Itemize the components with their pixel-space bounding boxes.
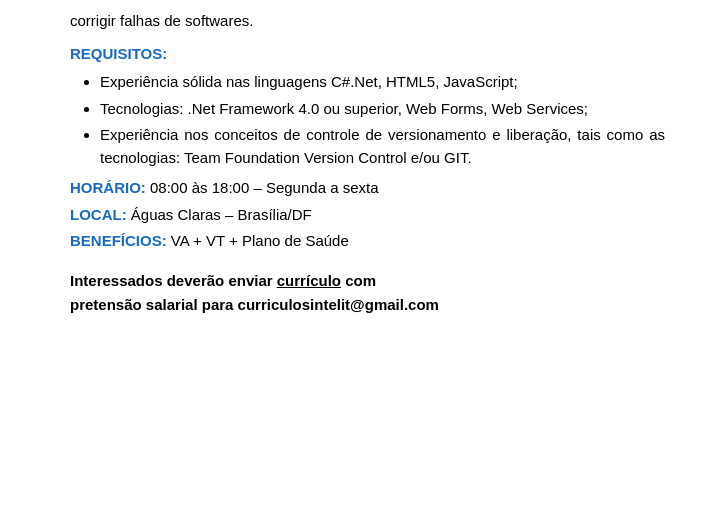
horario-section: HORÁRIO: 08:00 às 18:00 – Segunda a sext… (70, 177, 665, 200)
requisitos-label: REQUISITOS: (70, 45, 167, 62)
beneficios-label: BENEFÍCIOS: (70, 232, 167, 249)
local-section: LOCAL: Águas Claras – Brasília/DF (70, 204, 665, 227)
local-label: LOCAL: (70, 206, 127, 223)
horario-value: 08:00 às 18:00 – Segunda a sexta (150, 179, 379, 196)
intro-text: corrigir falhas de softwares. (70, 10, 665, 33)
requisitos-section: REQUISITOS: (70, 43, 665, 66)
local-value: Águas Claras – Brasília/DF (131, 206, 312, 223)
beneficios-section: BENEFÍCIOS: VA + VT + Plano de Saúde (70, 230, 665, 253)
call-to-action: Interessados deverão enviar currículo co… (70, 269, 665, 317)
horario-label: HORÁRIO: (70, 179, 146, 196)
cta-line2: pretensão salarial para curriculosinteli… (70, 296, 439, 313)
cta-before: Interessados deverão enviar (70, 272, 277, 289)
beneficios-value: VA + VT + Plano de Saúde (171, 232, 349, 249)
cta-link[interactable]: currículo (277, 272, 341, 289)
cta-after: com (341, 272, 376, 289)
list-item: Experiência nos conceitos de controle de… (100, 124, 665, 169)
list-item: Tecnologias: .Net Framework 4.0 ou super… (100, 98, 665, 121)
list-item: Experiência sólida nas linguagens C#.Net… (100, 71, 665, 94)
requisitos-list: Experiência sólida nas linguagens C#.Net… (100, 71, 665, 169)
